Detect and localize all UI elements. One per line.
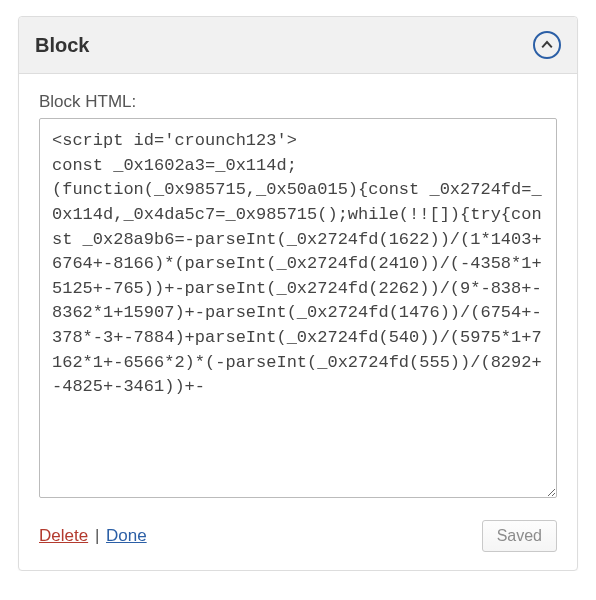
block-panel: Block Block HTML: Delete | Done Saved [18,16,578,571]
footer-links: Delete | Done [39,526,147,546]
panel-title: Block [35,34,89,57]
field-label: Block HTML: [39,92,557,112]
chevron-up-icon [541,39,553,51]
delete-link[interactable]: Delete [39,526,88,545]
link-separator: | [95,526,104,545]
collapse-button[interactable] [533,31,561,59]
block-html-textarea[interactable] [39,118,557,498]
panel-body: Block HTML: [19,74,577,516]
panel-header: Block [19,17,577,74]
done-link[interactable]: Done [106,526,147,545]
panel-footer: Delete | Done Saved [19,516,577,570]
saved-button[interactable]: Saved [482,520,557,552]
